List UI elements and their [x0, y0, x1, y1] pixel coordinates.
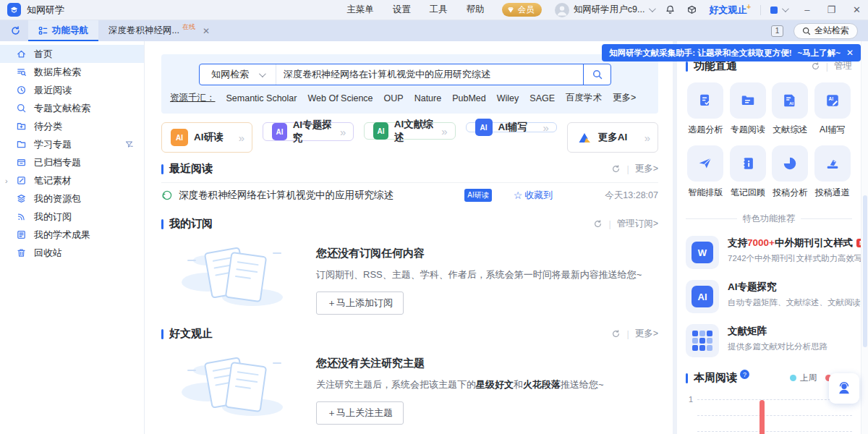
recent-reading-item[interactable]: 深度卷积神经网络在计算机视觉中的应用研究综述 AI研读 ☆ 收藏到 今天13:2…: [161, 183, 658, 208]
source-web-of-science[interactable]: Web Of Science: [307, 93, 373, 103]
y-axis-tick: 1: [689, 395, 693, 404]
window-close-button[interactable]: ✕: [853, 5, 861, 14]
user-chevron-down-icon[interactable]: [649, 5, 656, 12]
page-indicator[interactable]: 1: [771, 25, 783, 37]
more-ai-button[interactable]: 更多AI »: [567, 122, 658, 153]
refresh-icon[interactable]: [611, 164, 621, 174]
collector-promo-banner[interactable]: 知网研学文献采集助手: 让题录和全文获取更方便! ~马上了解~ ✕: [602, 44, 861, 61]
sidebar-item-recycle-bin[interactable]: 回收站: [0, 244, 144, 262]
source-wiley[interactable]: Wiley: [497, 93, 519, 103]
sidebar-item-note-material[interactable]: › 笔记素材: [0, 171, 144, 190]
section-accent-bar: [161, 329, 163, 339]
vip-badge[interactable]: 会员: [502, 3, 542, 17]
ai-yandu-badge[interactable]: AI研读: [464, 189, 491, 202]
window-minimize-button[interactable]: –: [804, 5, 809, 14]
tab-document-label: 深度卷积神经网...: [109, 25, 179, 37]
quick-literature-review[interactable]: AI 文献综述: [770, 82, 810, 136]
quick-smart-typeset[interactable]: 智能排版: [686, 145, 726, 199]
sidebar-item-home[interactable]: 首页: [0, 45, 144, 63]
favorite-link[interactable]: ☆ 收藏到: [514, 189, 553, 202]
quick-note-review[interactable]: 笔记回顾: [728, 145, 768, 199]
svg-text:AI: AI: [789, 101, 793, 106]
quick-topic-analysis[interactable]: 选题分析: [686, 82, 726, 136]
source-oup[interactable]: OUP: [384, 93, 404, 103]
haowen-guanzhi-link[interactable]: 好文观止+: [709, 3, 751, 17]
sidebar-item-recent-reading[interactable]: 最近阅读: [0, 81, 144, 99]
app-logo-icon: [7, 3, 21, 17]
tab-function-nav[interactable]: 功能导航: [28, 20, 98, 41]
quick-ai-writing[interactable]: AI AI辅写: [813, 82, 853, 136]
notifications-bell-icon[interactable]: [665, 4, 676, 15]
sidebar-item-academic-achievements[interactable]: 我的学术成果: [0, 226, 144, 244]
quick-submission-analysis[interactable]: 投稿分析: [770, 145, 810, 199]
menu-help[interactable]: 帮助: [467, 4, 485, 16]
featured-citation-styles[interactable]: W 支持7000+中外期刊引文样式NEW 7242个中外期刊引文样式助力高效写作: [686, 236, 852, 269]
search-submit-button[interactable]: [583, 64, 610, 85]
scrollbar-thumb[interactable]: [863, 195, 867, 347]
recent-more-link[interactable]: 更多>: [635, 163, 658, 175]
filter-funnel-icon[interactable]: [124, 140, 134, 149]
rss-icon: [16, 211, 27, 222]
ai-topic-explore-button[interactable]: AI AI专题探究 »: [263, 122, 354, 141]
ai-literature-review-button[interactable]: AI AI文献综述 »: [364, 122, 455, 140]
search-engine-select[interactable]: 知网检索: [200, 64, 276, 85]
ai-writing-assist-button[interactable]: AI AI辅写 »: [466, 122, 557, 132]
refresh-icon[interactable]: [811, 61, 820, 71]
sidebar-item-label: 笔记素材: [34, 174, 72, 187]
source-sage[interactable]: SAGE: [529, 93, 555, 103]
theme-chevron-down-icon[interactable]: [782, 5, 789, 12]
quick-submission-channel[interactable]: 投稿通道: [813, 145, 853, 199]
sidebar-item-unclassified[interactable]: 待分类: [0, 117, 144, 135]
username[interactable]: 知网研学用户c9...: [574, 4, 645, 16]
global-search-button[interactable]: 全站检索: [793, 23, 858, 39]
ai-review-icon: AI: [373, 122, 388, 140]
sidebar-item-subscriptions[interactable]: 我的订阅: [0, 208, 144, 226]
sidebar-item-archived-topics[interactable]: 已归档专题: [0, 153, 144, 171]
desc-bold-starred: 星级好文: [476, 379, 514, 390]
resource-box-icon[interactable]: [686, 4, 697, 15]
featured-literature-matrix[interactable]: 文献矩阵 提供多篇文献对比分析思路: [686, 324, 852, 357]
expand-chevron-icon[interactable]: ›: [5, 176, 8, 185]
follow-topic-button[interactable]: ＋马上关注主题: [316, 401, 404, 425]
source-semantic-scholar[interactable]: Semantic Scholar: [226, 93, 297, 103]
banner-learn-more-link[interactable]: ~马上了解~: [798, 48, 841, 59]
tab-document[interactable]: 深度卷积神经网... 在线 ✕: [98, 20, 220, 41]
help-badge[interactable]: ?: [740, 370, 749, 379]
double-chevron-icon: »: [644, 132, 650, 144]
featured-ai-topic-explore[interactable]: AI AI专题探究 自动专题矩阵、文献综述、文献阅读报告: [686, 280, 852, 313]
theme-color-swatch[interactable]: [770, 7, 778, 14]
tab-close-icon[interactable]: ✕: [203, 26, 210, 36]
source-nature[interactable]: Nature: [414, 93, 442, 103]
manage-subscriptions-link[interactable]: 管理订阅>: [617, 218, 658, 230]
sidebar-item-study-topics[interactable]: 学习专题: [0, 135, 144, 153]
search-input[interactable]: [276, 69, 583, 80]
folder-list-icon: [740, 93, 756, 109]
add-subscription-button[interactable]: ＋马上添加订阅: [316, 292, 404, 315]
quick-topic-reading[interactable]: 专题阅读: [728, 82, 768, 136]
scrollbar[interactable]: [861, 41, 868, 434]
empty-title: 您还没有关注研究主题: [316, 357, 604, 370]
quick-manage-link[interactable]: 管理: [834, 60, 852, 72]
sidebar-item-topic-literature-search[interactable]: 专题文献检索: [0, 99, 144, 117]
user-avatar[interactable]: [555, 3, 569, 17]
menu-tools[interactable]: 工具: [430, 4, 448, 16]
source-baidu-scholar[interactable]: 百度学术: [566, 92, 602, 104]
refresh-page-icon[interactable]: [10, 25, 21, 36]
source-pubmed[interactable]: PubMed: [452, 93, 486, 103]
sidebar-item-resource-pack[interactable]: 我的资源包: [0, 190, 144, 208]
banner-close-icon[interactable]: ✕: [846, 48, 854, 58]
refresh-icon[interactable]: [593, 219, 603, 229]
ai-yandu-button[interactable]: AI AI研读 »: [161, 122, 252, 153]
refresh-icon[interactable]: [611, 329, 621, 339]
double-chevron-icon: »: [542, 122, 548, 134]
menu-main[interactable]: 主菜单: [346, 4, 374, 16]
window-maximize-button[interactable]: ❐: [827, 5, 835, 14]
sidebar-item-database-search[interactable]: 数据库检索: [0, 63, 144, 81]
featured-title: 支持7000+中外期刊引文样式NEW: [728, 237, 861, 248]
haowen-more-link[interactable]: 更多>: [635, 328, 658, 340]
ai-button-label: AI文献综述: [394, 118, 435, 144]
recent-item-title[interactable]: 深度卷积神经网络在计算机视觉中的应用研究综述: [179, 189, 393, 202]
menu-settings[interactable]: 设置: [393, 4, 411, 16]
customer-service-button[interactable]: [829, 373, 859, 404]
sources-more-link[interactable]: 更多>: [613, 92, 636, 104]
